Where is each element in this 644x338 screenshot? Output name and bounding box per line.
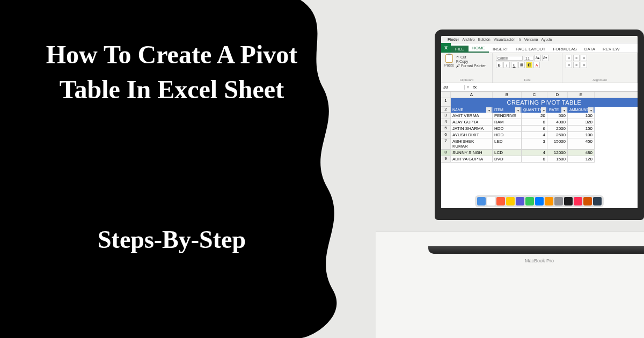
col-header[interactable]: D: [547, 92, 568, 98]
fill-color-button[interactable]: ◧: [526, 62, 532, 68]
cell-item[interactable]: LCD: [493, 150, 522, 156]
underline-button[interactable]: U: [511, 62, 517, 68]
border-button[interactable]: ▦: [518, 62, 525, 68]
dock-app-icon[interactable]: [535, 197, 544, 205]
table-row[interactable]: 4AJAY GUPTARAM84000320: [441, 119, 638, 126]
dock-app-icon[interactable]: [496, 197, 505, 205]
dock-app-icon[interactable]: [525, 197, 534, 205]
row-number[interactable]: 4: [441, 119, 451, 126]
dock-app-icon[interactable]: [487, 197, 495, 205]
row-number[interactable]: 7: [441, 138, 451, 150]
cell-item[interactable]: RAM: [493, 119, 522, 126]
cell-rate[interactable]: 12000: [547, 150, 568, 156]
row-number[interactable]: 6: [441, 132, 451, 138]
align-middle-icon[interactable]: ≡: [573, 55, 580, 61]
cell-quantity[interactable]: 4: [522, 150, 547, 156]
dock-app-icon[interactable]: [574, 197, 582, 205]
select-all-corner[interactable]: [441, 92, 451, 98]
dock-app-icon[interactable]: [477, 197, 486, 205]
cut-button[interactable]: ✂Cut: [456, 55, 486, 59]
increase-font-icon[interactable]: A▴: [535, 55, 541, 61]
mac-menu-item[interactable]: Edición: [478, 38, 491, 41]
cell-amount[interactable]: 120: [568, 156, 595, 163]
dock-app-icon[interactable]: [516, 197, 524, 205]
row-number[interactable]: 2: [441, 107, 451, 113]
row-number[interactable]: 1: [441, 98, 451, 107]
fx-icon[interactable]: fx: [471, 85, 479, 90]
cell-item[interactable]: PENDRIVE: [493, 113, 522, 119]
cell-name[interactable]: AJAY GUPTA: [451, 119, 493, 126]
align-left-icon[interactable]: ≡: [566, 62, 572, 68]
dock-app-icon[interactable]: [545, 197, 553, 205]
mac-menu-item[interactable]: Ventana: [524, 38, 538, 41]
tab-data[interactable]: DATA: [581, 46, 599, 53]
cell-item[interactable]: DVD: [493, 156, 522, 163]
align-bottom-icon[interactable]: ≡: [581, 55, 587, 61]
tab-insert[interactable]: INSERT: [489, 46, 512, 53]
filter-dropdown-icon[interactable]: ▾: [588, 107, 594, 113]
cell-rate[interactable]: 15000: [547, 138, 568, 150]
font-size-select[interactable]: 11: [524, 56, 533, 61]
decrease-font-icon[interactable]: A▾: [542, 55, 548, 61]
cell-amount[interactable]: 320: [568, 119, 595, 126]
col-header[interactable]: C: [522, 92, 547, 98]
cell-name[interactable]: JATIN SHARMA: [451, 126, 493, 132]
col-header[interactable]: B: [493, 92, 522, 98]
header-rate[interactable]: RATE▾: [547, 107, 568, 113]
cell-quantity[interactable]: 20: [522, 113, 547, 119]
header-amount[interactable]: AMMOUNT▾: [568, 107, 595, 113]
cell-name[interactable]: AMIT VERMA: [451, 113, 493, 119]
header-quantity[interactable]: QUANTITY▾: [522, 107, 547, 113]
format-painter-button[interactable]: 🖌Format Painter: [456, 64, 486, 68]
paste-button[interactable]: Paste: [444, 54, 454, 68]
header-name[interactable]: NAME▾: [451, 107, 493, 113]
tab-file[interactable]: FILE: [451, 46, 469, 53]
cell-amount[interactable]: 100: [568, 132, 595, 138]
cell-name[interactable]: SUNNY SINGH: [451, 150, 493, 156]
dock-app-icon[interactable]: [554, 197, 563, 205]
table-row[interactable]: 3AMIT VERMAPENDRIVE20500100: [441, 113, 638, 119]
row-number[interactable]: 3: [441, 113, 451, 119]
dock-app-icon[interactable]: [564, 197, 573, 205]
name-box[interactable]: J8: [441, 85, 465, 90]
cell-rate[interactable]: 4000: [547, 119, 568, 126]
cell-name[interactable]: ABHISHEK KUMAR: [451, 138, 493, 150]
cell-amount[interactable]: 480: [568, 150, 595, 156]
tab-review[interactable]: REVIEW: [599, 46, 624, 53]
table-row[interactable]: 9ADITYA GUPTADVD81500120: [441, 156, 638, 163]
mac-menu-item[interactable]: Ir: [518, 38, 521, 41]
bold-button[interactable]: B: [496, 62, 502, 68]
mac-menu-item[interactable]: Archivo: [462, 38, 474, 41]
cell-rate[interactable]: 1500: [547, 156, 568, 163]
cell-amount[interactable]: 100: [568, 113, 595, 119]
row-number[interactable]: 5: [441, 126, 451, 132]
cell-quantity[interactable]: 4: [522, 132, 547, 138]
font-name-select[interactable]: Calibri: [496, 56, 523, 61]
cell-quantity[interactable]: 8: [522, 119, 547, 126]
align-right-icon[interactable]: ≡: [581, 62, 587, 68]
cell-amount[interactable]: 150: [568, 126, 595, 132]
row-number[interactable]: 8: [441, 150, 451, 156]
table-row[interactable]: 6AYUSH DIXITHDD42500100: [441, 132, 638, 138]
copy-button[interactable]: ⎘Copy: [456, 60, 486, 63]
font-color-button[interactable]: A: [533, 62, 540, 68]
filter-dropdown-icon[interactable]: ▾: [561, 107, 567, 113]
cell-amount[interactable]: 450: [568, 138, 595, 150]
cell-name[interactable]: AYUSH DIXIT: [451, 132, 493, 138]
align-center-icon[interactable]: ≡: [573, 62, 580, 68]
tab-home[interactable]: HOME: [469, 45, 489, 53]
cell-rate[interactable]: 500: [547, 113, 568, 119]
filter-dropdown-icon[interactable]: ▾: [486, 107, 492, 113]
cell-item[interactable]: LED: [493, 138, 522, 150]
cell-rate[interactable]: 2500: [547, 126, 568, 132]
cell-quantity[interactable]: 8: [522, 156, 547, 163]
mac-menu-item[interactable]: Ayuda: [541, 38, 552, 41]
dock-app-icon[interactable]: [506, 197, 515, 205]
filter-dropdown-icon[interactable]: ▾: [515, 107, 521, 113]
filter-dropdown-icon[interactable]: ▾: [541, 107, 546, 113]
dock-app-icon[interactable]: [593, 197, 602, 205]
table-row[interactable]: 5JATIN SHARMAHDD62500150: [441, 126, 638, 132]
dock-app-icon[interactable]: [583, 197, 592, 205]
cell-quantity[interactable]: 3: [522, 138, 547, 150]
italic-button[interactable]: I: [503, 62, 510, 68]
